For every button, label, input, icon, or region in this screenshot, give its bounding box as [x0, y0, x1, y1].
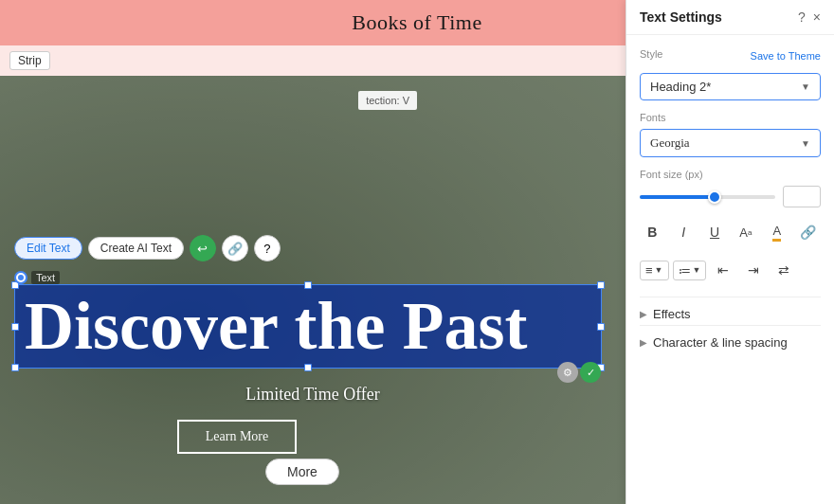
link-button[interactable]: 🔗 [222, 235, 248, 261]
text-settings-panel: Text Settings ? × Style Save to Theme He… [626, 0, 834, 504]
fontsize-label: Font size (px) [640, 169, 821, 180]
subtext-element: Limited Time Offer [245, 385, 380, 405]
effects-label: Effects [653, 307, 691, 321]
align-left-icon: ≡ [645, 263, 653, 278]
effects-arrow: ▶ [640, 309, 647, 319]
indent-decrease-button[interactable]: ⇤ [710, 257, 736, 283]
style-row: Style Save to Theme [640, 46, 821, 65]
resize-handle-ml[interactable] [11, 323, 19, 331]
resize-handle-tm[interactable] [304, 281, 312, 289]
help-button[interactable]: ? [254, 235, 281, 261]
heading-actions: ⚙ ✓ [557, 362, 601, 383]
panel-close-icon[interactable]: × [813, 9, 821, 25]
style-label: Style [640, 48, 662, 60]
text-edit-toolbar: Edit Text Create AI Text ↩ 🔗 ? [14, 235, 281, 261]
bold-button[interactable]: B [640, 219, 665, 245]
panel-title: Text Settings [640, 9, 722, 25]
fonts-label: Fonts [640, 112, 821, 123]
char-spacing-header[interactable]: ▶ Character & line spacing [640, 335, 821, 350]
italic-button[interactable]: I [671, 219, 697, 245]
element-confirm-icon[interactable]: ✓ [580, 362, 601, 383]
format-buttons-row: B I U Aa A 🔗 [640, 219, 821, 245]
align-left-dropdown[interactable]: ≡ ▼ [640, 261, 669, 280]
edit-text-button[interactable]: Edit Text [14, 237, 82, 260]
font-size-input[interactable]: 96 [783, 186, 821, 207]
effects-header[interactable]: ▶ Effects [640, 307, 821, 321]
resize-handle-bl[interactable] [11, 364, 19, 371]
link-format-button[interactable]: 🔗 [795, 219, 821, 245]
indent-increase-button[interactable]: ⇥ [740, 257, 767, 283]
save-to-theme-link[interactable]: Save to Theme [751, 50, 821, 62]
char-spacing-section: ▶ Character & line spacing [640, 325, 821, 353]
style-dropdown-value: Heading 2* [650, 80, 711, 94]
highlight-button[interactable]: A [764, 219, 789, 245]
element-settings-icon[interactable]: ⚙ [557, 362, 578, 383]
learn-more-button[interactable]: Learn More [177, 420, 297, 454]
heading-text-box[interactable]: Discover the Past ⚙ ✓ [14, 284, 602, 369]
font-dropdown-value: Georgia [650, 135, 690, 151]
site-title: Books of Time [352, 10, 481, 35]
char-spacing-arrow: ▶ [640, 337, 647, 348]
create-ai-text-button[interactable]: Create AI Text [88, 237, 184, 260]
text-element-indicator: Text [14, 271, 60, 284]
font-dropdown-arrow: ▼ [801, 138, 810, 149]
text-color-button[interactable]: Aa [733, 219, 758, 245]
panel-help-icon[interactable]: ? [798, 9, 806, 25]
align-dropdown-arrow: ▼ [655, 265, 663, 275]
text-type-label: Text [31, 271, 60, 284]
text-dot [14, 271, 27, 284]
panel-header: Text Settings ? × [626, 0, 834, 35]
strip-label: Strip [9, 51, 50, 70]
font-size-row: 96 [640, 186, 821, 207]
resize-handle-tr[interactable] [597, 281, 605, 289]
list-dropdown-arrow: ▼ [693, 265, 701, 275]
style-dropdown[interactable]: Heading 2* ▼ [640, 73, 821, 100]
panel-header-icons: ? × [798, 9, 821, 25]
underline-button[interactable]: U [702, 219, 728, 245]
font-size-slider[interactable] [640, 188, 775, 207]
alignment-row: ≡ ▼ ≔ ▼ ⇤ ⇥ ⇄ [640, 257, 821, 283]
char-spacing-label: Character & line spacing [653, 335, 788, 350]
canvas-area: Strip tection: V Edit Text Create AI Tex… [0, 45, 626, 504]
style-dropdown-arrow: ▼ [801, 81, 810, 92]
list-icon: ≔ [679, 263, 691, 278]
resize-handle-bm[interactable] [304, 364, 312, 371]
nav-context-hint: tection: V [358, 91, 417, 110]
heading-text: Discover the Past [15, 285, 601, 368]
strip-bar: Strip [0, 45, 626, 76]
effects-section: ▶ Effects [640, 297, 821, 325]
learn-more-button-area: Learn More [156, 420, 317, 454]
panel-body: Style Save to Theme Heading 2* ▼ Fonts G… [626, 35, 834, 365]
fonts-dropdown[interactable]: Georgia ▼ [640, 129, 821, 157]
direction-button[interactable]: ⇄ [771, 257, 797, 283]
more-button[interactable]: More [265, 459, 339, 485]
list-style-dropdown[interactable]: ≔ ▼ [673, 261, 707, 280]
undo-button[interactable]: ↩ [190, 235, 216, 261]
more-options-area: More [265, 459, 339, 485]
resize-handle-mr[interactable] [597, 323, 605, 331]
